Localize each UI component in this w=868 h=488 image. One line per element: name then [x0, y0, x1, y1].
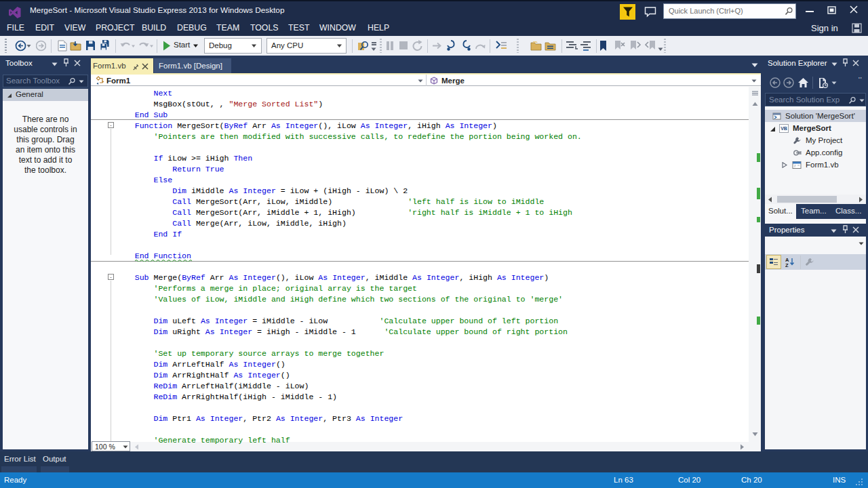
svg-text:Z: Z	[785, 262, 789, 267]
